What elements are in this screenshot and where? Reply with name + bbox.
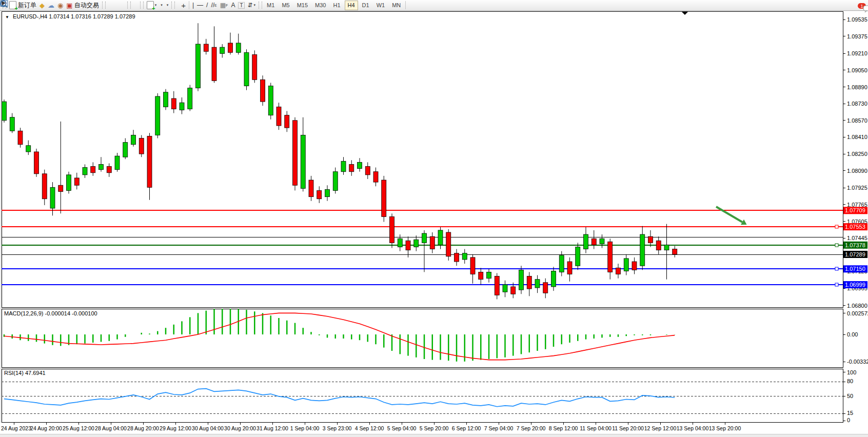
svg-text:13 Sep 20:00: 13 Sep 20:00 xyxy=(709,425,741,431)
arrows-button[interactable]: ⇵▾ xyxy=(246,1,258,10)
svg-text:50: 50 xyxy=(847,393,853,399)
chevron-down-icon: ▾ xyxy=(167,3,169,7)
ohlc-readout: 1.07314 1.07316 1.07289 1.07289 xyxy=(49,13,135,19)
svg-text:1.07925: 1.07925 xyxy=(847,185,867,191)
svg-text:15: 15 xyxy=(847,410,853,416)
price-label: 1.07378 xyxy=(843,242,867,249)
cloud-icon: ☁ xyxy=(48,2,54,9)
templates-button[interactable]: ▾ xyxy=(164,1,170,10)
price-label: 1.07150 xyxy=(843,265,867,272)
svg-text:6 Sep 12:00: 6 Sep 12:00 xyxy=(452,425,481,431)
horizontal-line-button[interactable]: — xyxy=(195,1,205,10)
svg-text:1.07378: 1.07378 xyxy=(845,242,865,248)
svg-text:1.06800: 1.06800 xyxy=(847,303,867,309)
svg-text:5 Sep 04:00: 5 Sep 04:00 xyxy=(387,425,417,431)
svg-text:100: 100 xyxy=(847,369,856,375)
market-watch-button[interactable]: ◆ xyxy=(38,1,46,10)
horizontal-line-icon: — xyxy=(197,2,203,9)
new-order-button[interactable]: 新订单 xyxy=(8,1,38,10)
chart-title: ▼ EURUSD-,H4 1.07314 1.07316 1.07289 1.0… xyxy=(5,13,135,19)
new-chart-icon xyxy=(147,1,154,9)
timeframe-group: M1M5M15M30H1H4D1W1MN xyxy=(264,1,404,10)
new-order-label: 新订单 xyxy=(18,1,36,10)
fibonacci-button[interactable]: ▦F xyxy=(219,1,230,10)
profiles-button[interactable]: ▾ xyxy=(158,1,164,10)
arrows-icon: ⇵ xyxy=(248,2,253,9)
chart-shift-button[interactable] xyxy=(135,1,139,10)
signals-button[interactable]: ◉ xyxy=(56,1,65,10)
svg-text:1.08090: 1.08090 xyxy=(847,168,867,174)
hline-handle[interactable] xyxy=(835,244,838,247)
label-button[interactable]: T xyxy=(236,1,246,10)
svg-text:11 Sep 20:00: 11 Sep 20:00 xyxy=(612,425,644,431)
svg-text:8 Sep 12:00: 8 Sep 12:00 xyxy=(549,425,578,431)
svg-text:30 Aug 20:00: 30 Aug 20:00 xyxy=(224,425,256,431)
text-button[interactable]: A xyxy=(229,1,236,10)
vertical-line-button[interactable]: | xyxy=(191,1,195,10)
svg-text:0.00: 0.00 xyxy=(847,331,858,337)
svg-text:1.09210: 1.09210 xyxy=(847,50,867,56)
svg-text:1.07445: 1.07445 xyxy=(847,235,867,241)
svg-text:1.06999: 1.06999 xyxy=(845,282,865,288)
tf-button-MN[interactable]: MN xyxy=(389,1,404,10)
text-icon: A xyxy=(231,2,235,9)
svg-text:7 Sep 20:00: 7 Sep 20:00 xyxy=(517,425,546,431)
hline-handle[interactable] xyxy=(835,283,838,286)
svg-text:1.08730: 1.08730 xyxy=(847,101,867,107)
svg-text:24 Aug 20:00: 24 Aug 20:00 xyxy=(30,425,62,431)
symbol-dropdown-icon[interactable]: ▼ xyxy=(5,15,9,19)
svg-text:11 Sep 04:00: 11 Sep 04:00 xyxy=(580,425,611,431)
fibonacci-icon: ▦ xyxy=(220,2,226,9)
autotrade-icon: ▣ xyxy=(66,2,72,9)
symbol-timeframe: EURUSD-,H4 xyxy=(13,13,47,19)
svg-text:1.07150: 1.07150 xyxy=(845,266,865,272)
svg-text:24 Aug 2023: 24 Aug 2023 xyxy=(1,425,31,431)
svg-text:7 Sep 04:00: 7 Sep 04:00 xyxy=(484,425,514,431)
search-icon[interactable] xyxy=(0,0,8,8)
new-order-icon xyxy=(9,1,16,9)
tf-button-M15[interactable]: M15 xyxy=(294,1,311,10)
svg-text:29 Aug 12:00: 29 Aug 12:00 xyxy=(160,425,191,431)
svg-text:4 Sep 12:00: 4 Sep 12:00 xyxy=(355,425,384,431)
tf-button-H4[interactable]: H4 xyxy=(345,1,358,10)
new-chart-button[interactable]: ▾ xyxy=(145,1,159,10)
svg-text:80: 80 xyxy=(847,378,853,384)
gem-icon: ◆ xyxy=(40,2,45,9)
macd-indicator-label: MACD(12,26,9) -0.000014 -0.000100 xyxy=(4,310,97,316)
tile-windows-button[interactable] xyxy=(123,1,126,10)
rsi-pane xyxy=(2,369,843,422)
community-button[interactable]: ☁ xyxy=(46,1,56,10)
hline-handle[interactable] xyxy=(835,267,838,270)
vertical-line-icon: | xyxy=(192,2,194,9)
svg-text:0: 0 xyxy=(847,417,850,423)
tf-button-D1[interactable]: D1 xyxy=(359,1,372,10)
hline-handle[interactable] xyxy=(835,225,838,228)
svg-text:13 Sep 04:00: 13 Sep 04:00 xyxy=(677,425,709,431)
svg-text:-0.003326: -0.003326 xyxy=(847,359,868,365)
svg-text:1.08410: 1.08410 xyxy=(847,134,867,140)
svg-text:3 Sep 23:00: 3 Sep 23:00 xyxy=(323,425,352,431)
tf-button-W1[interactable]: W1 xyxy=(373,1,388,10)
channel-icon: // xyxy=(211,2,214,9)
tf-button-M1[interactable]: M1 xyxy=(264,1,278,10)
svg-text:1 Sep 04:00: 1 Sep 04:00 xyxy=(290,425,320,431)
chart-canvas[interactable]: 1.095351.093751.092101.090501.088901.087… xyxy=(0,0,868,437)
svg-text:1.09535: 1.09535 xyxy=(847,16,867,23)
chat-icon xyxy=(863,5,868,13)
svg-text:1.08570: 1.08570 xyxy=(847,117,867,124)
svg-text:1.07553: 1.07553 xyxy=(845,224,865,230)
trendline-icon: / xyxy=(206,2,208,9)
crosshair-icon: + xyxy=(181,1,186,10)
autotrade-button[interactable]: ▣ 自动交易 xyxy=(65,1,100,10)
chevron-down-icon: ▾ xyxy=(254,3,256,7)
trendline-button[interactable]: / xyxy=(205,1,209,10)
svg-text:5 Sep 20:00: 5 Sep 20:00 xyxy=(420,425,449,431)
tf-button-H1[interactable]: H1 xyxy=(330,1,343,10)
crosshair-button[interactable]: + xyxy=(180,1,187,10)
equidistant-channel-button[interactable]: //E xyxy=(209,1,218,10)
tf-button-M5[interactable]: M5 xyxy=(279,1,292,10)
svg-text:28 Aug 04:00: 28 Aug 04:00 xyxy=(95,425,127,431)
mt4-window: 新订单 ◆ ☁ ◉ ▣ 自动交易 ▾ ▾ ▾ + | — / //E ▦F A … xyxy=(0,0,868,437)
tf-button-M30[interactable]: M30 xyxy=(312,1,329,10)
svg-text:1.07765: 1.07765 xyxy=(847,202,867,208)
